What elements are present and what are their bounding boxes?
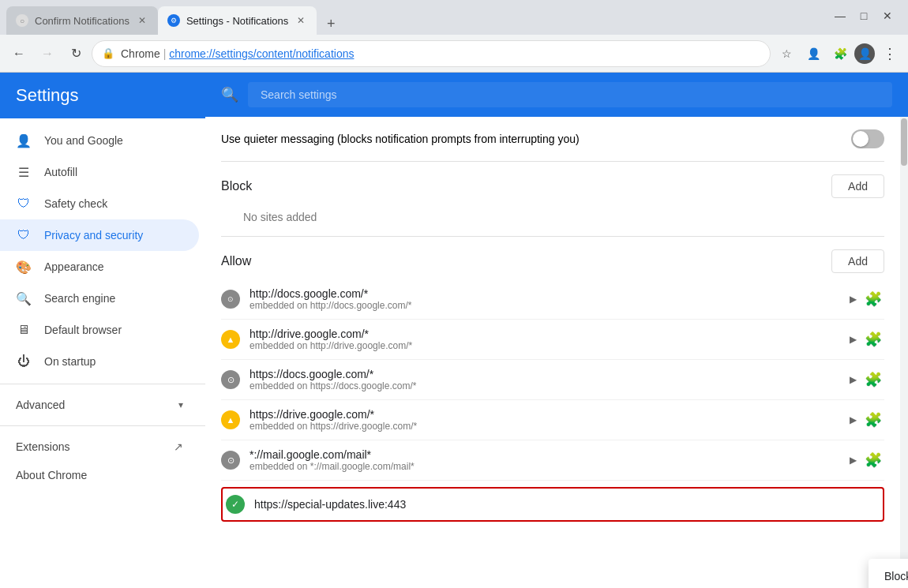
sidebar-label-privacy-security: Privacy and security [44,229,143,242]
site-url-drive-http: http://drive.google.com/* [250,328,843,340]
new-tab-button[interactable]: + [320,13,342,35]
tab-settings-close[interactable]: ✕ [295,14,307,27]
sidebar-item-on-startup[interactable]: ⏻ On startup [0,346,199,377]
address-bar[interactable]: 🔒 Chrome | chrome://settings/content/not… [92,40,771,67]
tab-settings[interactable]: ⚙ Settings - Notifications ✕ [158,6,317,35]
bookmark-icon[interactable]: ☆ [774,41,799,66]
back-button[interactable]: ← [6,41,32,66]
external-link-icon: ↗ [174,440,183,453]
block-section: Block Add No sites added [221,162,884,236]
site-more-drive-http[interactable]: 🧩 [862,328,884,350]
site-embedded-docs-https: embedded on https://docs.google.com/* [250,380,843,391]
sidebar-item-about-chrome[interactable]: About Chrome [0,461,199,489]
settings-favicon: ⚙ [167,14,180,27]
site-info-special-updates: https://special-updates.live:443 [254,498,880,511]
site-expand-drive-https[interactable]: ▶ [843,410,862,429]
tab-confirm-title: Confirm Notifications [35,15,129,27]
shield-check-icon: 🛡 [16,196,32,212]
site-url-docs-https: https://docs.google.com/* [250,368,843,380]
profile-icon[interactable]: 👤 [854,43,875,64]
block-add-button[interactable]: Add [831,174,884,198]
site-more-mail[interactable]: 🧩 [862,449,884,471]
sidebar-item-search-engine[interactable]: 🔍 Search engine [0,283,199,314]
sidebar-item-you-and-google[interactable]: 👤 You and Google [0,125,199,156]
sidebar-item-privacy-security[interactable]: 🛡 Privacy and security [0,219,199,251]
sidebar-label-extensions: Extensions [16,440,69,453]
site-favicon-docs-https: ⊙ [221,370,240,389]
site-info-mail: *://mail.google.com/mail* embedded on *:… [250,448,843,472]
sidebar-item-extensions[interactable]: Extensions ↗ [0,433,199,461]
menu-icon[interactable]: ⋮ [876,41,902,66]
site-embedded-drive-http: embedded on http://drive.google.com/* [250,340,843,351]
site-favicon-drive-http: ▲ [221,330,240,349]
site-favicon-drive-https: ▲ [221,410,240,429]
content-scroll[interactable]: Use quieter messaging (blocks notificati… [205,117,908,588]
confirm-favicon: ○ [16,14,28,27]
site-more-docs-http[interactable]: 🧩 [862,288,884,310]
allow-add-button[interactable]: Add [831,249,884,273]
site-embedded-docs-http: embedded on http://docs.google.com/* [250,300,843,311]
maximize-button[interactable]: □ [853,5,875,27]
scrollbar-thumb[interactable] [901,118,907,166]
site-expand-docs-http[interactable]: ▶ [843,290,862,309]
site-expand-drive-http[interactable]: ▶ [843,330,862,349]
scrollbar-track[interactable] [900,117,908,588]
site-favicon-mail: ⊙ [221,451,240,470]
reload-button[interactable]: ↻ [63,41,88,66]
sidebar-divider-2 [0,425,205,426]
nav-bar: ← → ↻ 🔒 Chrome | chrome://settings/conte… [0,35,908,73]
allow-section-header: Allow Add [221,237,884,279]
tab-settings-title: Settings - Notifications [186,15,288,27]
context-menu-block[interactable]: Block [869,562,908,588]
block-section-header: Block Add [221,162,884,204]
sidebar-item-advanced[interactable]: Advanced ▾ [0,391,199,419]
tab-confirm-close[interactable]: ✕ [136,14,148,27]
account-icon[interactable]: 👤 [801,41,826,66]
browser-frame: ○ Confirm Notifications ✕ ⚙ Settings - N… [0,0,908,588]
site-item-mail: ⊙ *://mail.google.com/mail* embedded on … [221,440,884,481]
site-info-docs-http: http://docs.google.com/* embedded on htt… [250,287,843,311]
forward-button[interactable]: → [35,41,60,66]
sidebar-label-search-engine: Search engine [44,292,115,305]
site-more-docs-https[interactable]: 🧩 [862,369,884,391]
sidebar-item-autofill[interactable]: ☰ Autofill [0,156,199,188]
site-item-drive-https: ▲ https://drive.google.com/* embedded on… [221,400,884,440]
advanced-arrow-icon: ▾ [178,399,183,410]
sidebar-item-safety-check[interactable]: 🛡 Safety check [0,188,199,219]
appearance-icon: 🎨 [16,259,32,275]
settings-content: Use quieter messaging (blocks notificati… [205,117,908,588]
puzzle-icon[interactable]: 🧩 [827,41,853,66]
site-expand-mail[interactable]: ▶ [843,451,862,470]
site-info-docs-https: https://docs.google.com/* embedded on ht… [250,368,843,391]
sidebar-label-on-startup: On startup [44,355,96,368]
sidebar-item-appearance[interactable]: 🎨 Appearance [0,251,199,283]
url-path: chrome://settings/content/notifications [169,47,354,60]
sidebar-item-default-browser[interactable]: 🖥 Default browser [0,314,199,346]
settings-search-input[interactable] [248,82,892,107]
quieter-toggle[interactable] [851,129,884,148]
site-url-docs-http: http://docs.google.com/* [250,287,843,300]
allow-label: Allow [221,254,251,268]
sidebar: Settings 👤 You and Google ☰ Autofill 🛡 S… [0,73,205,588]
quieter-messaging-row: Use quieter messaging (blocks notificati… [221,117,884,162]
site-expand-docs-https[interactable]: ▶ [843,370,862,389]
site-name: Chrome [121,47,160,60]
site-item-drive-http: ▲ http://drive.google.com/* embedded on … [221,320,884,360]
site-more-drive-https[interactable]: 🧩 [862,409,884,431]
tab-bar: ○ Confirm Notifications ✕ ⚙ Settings - N… [0,0,908,35]
site-embedded-mail: embedded on *://mail.google.com/mail* [250,461,843,472]
search-magnifier-icon: 🔍 [221,86,238,103]
site-url-drive-https: https://drive.google.com/* [250,408,843,421]
site-item-special-wrapper: ✓ https://special-updates.live:443 [221,487,884,522]
sidebar-divider-1 [0,384,205,384]
toolbar-icons: ☆ 👤 🧩 👤 ⋮ [774,41,902,66]
sidebar-header: Settings [0,73,205,118]
address-text: Chrome | chrome://settings/content/notif… [121,47,354,60]
close-button[interactable]: ✕ [876,5,899,27]
minimize-button[interactable]: — [829,5,851,27]
browser-icon: 🖥 [16,322,32,338]
autofill-icon: ☰ [16,164,32,180]
sidebar-label-autofill: Autofill [44,166,77,178]
tab-confirm[interactable]: ○ Confirm Notifications ✕ [6,6,158,35]
search-icon: 🔍 [16,290,32,306]
